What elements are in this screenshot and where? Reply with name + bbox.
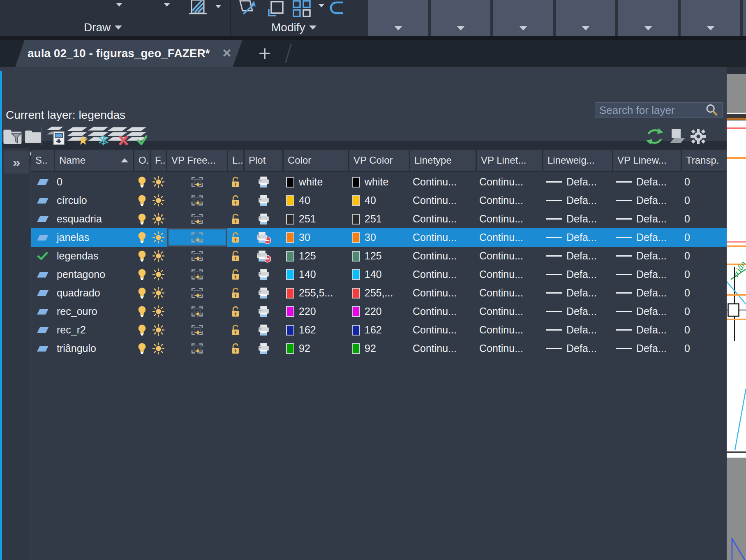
vp-freeze-toggle[interactable] [167,284,227,302]
on-toggle[interactable] [134,228,150,247]
lineweight-cell[interactable]: Defa... [543,228,612,247]
vp-linetype-value[interactable]: Continu... [477,339,542,358]
dropdown-arrow-icon[interactable] [164,3,170,7]
new-layer-vp-frozen-icon[interactable] [88,126,109,146]
settings-gear-icon[interactable] [690,128,707,145]
vp-lineweight-cell[interactable]: Defa... [613,339,681,358]
layer-name[interactable]: quadrado [55,284,133,302]
modify-panel-label[interactable]: Modify [271,21,316,35]
lineweight-cell[interactable]: Defa... [543,191,612,210]
vp-freeze-toggle[interactable] [167,265,227,284]
vp-color-cell[interactable]: white [349,173,409,191]
new-layer-icon[interactable] [67,126,88,146]
search-icon[interactable] [705,104,719,117]
vp-color-swatch[interactable] [352,251,360,261]
vp-color-cell[interactable]: 255,... [349,284,409,302]
layer-row-esquadria[interactable]: esquadria 251 251 [31,210,727,228]
linetype-value[interactable]: Continu... [410,339,476,358]
color-cell[interactable]: 92 [284,339,348,358]
collapsed-panel[interactable] [618,0,678,36]
lock-toggle[interactable] [228,284,243,302]
plot-toggle[interactable] [245,173,282,191]
vp-linetype-value[interactable]: Continu... [477,228,542,247]
linetype-value[interactable]: Continu... [410,173,476,191]
vp-freeze-toggle[interactable] [167,210,227,228]
vp-color-swatch[interactable] [352,288,360,299]
header-vp-freeze[interactable]: VP Free... [167,150,227,171]
vp-color-cell[interactable]: 125 [349,247,409,265]
freeze-toggle[interactable] [151,210,166,228]
layer-row-0[interactable]: 0 white white [31,173,727,191]
collapsed-panel[interactable] [431,0,490,36]
dropdown-arrow-icon[interactable] [215,5,221,8]
vp-lineweight-cell[interactable]: Defa... [613,284,681,302]
vp-linetype-value[interactable]: Continu... [477,173,542,191]
lineweight-cell[interactable]: Defa... [543,339,612,358]
color-cell[interactable]: 30 [284,228,348,247]
file-tab-active[interactable]: aula 02_10 - figuras_geo_FAZER* ✕ [15,40,243,67]
vp-color-swatch[interactable] [352,232,360,243]
color-swatch[interactable] [286,343,294,354]
vp-color-cell[interactable]: 30 [349,228,409,247]
collapsed-panel[interactable] [681,0,740,36]
transparency-value[interactable]: 0 [682,228,728,247]
layer-row-rec_r2[interactable]: rec_r2 162 162 [31,321,727,339]
transparency-value[interactable]: 0 [682,339,728,358]
layer-name[interactable]: rec_r2 [55,321,133,339]
header-vp-lineweight[interactable]: VP Linew... [613,150,681,171]
color-swatch[interactable] [286,232,294,243]
layer-row-rec_ouro[interactable]: rec_ouro 220 220 [31,302,727,321]
header-freeze[interactable]: F.. [151,150,166,171]
status-cell[interactable] [31,265,54,284]
drawing-area-strip[interactable]: triân [727,67,746,560]
freeze-toggle[interactable] [151,284,166,302]
layer-settings-icon[interactable] [668,127,686,146]
on-toggle[interactable] [134,339,150,358]
on-toggle[interactable] [134,247,150,265]
plot-toggle[interactable] [245,321,282,339]
status-cell[interactable] [31,191,54,210]
color-swatch[interactable] [286,306,294,317]
vp-lineweight-cell[interactable]: Defa... [613,228,681,247]
linetype-value[interactable]: Continu... [410,247,476,265]
transparency-value[interactable]: 0 [682,265,728,284]
plot-toggle[interactable] [245,191,282,210]
dropdown-arrow-icon[interactable] [116,3,122,7]
vp-color-cell[interactable]: 162 [349,321,409,339]
lineweight-cell[interactable]: Defa... [543,210,612,228]
header-lineweight[interactable]: Lineweig... [543,150,612,171]
lineweight-cell[interactable]: Defa... [543,173,612,191]
on-toggle[interactable] [134,191,150,210]
array-grid-icon[interactable] [292,0,313,17]
vp-linetype-value[interactable]: Continu... [477,302,542,321]
plot-toggle[interactable] [245,302,282,321]
lock-toggle[interactable] [228,265,243,284]
fillet-icon[interactable] [328,1,346,16]
plot-toggle[interactable] [245,210,282,228]
lineweight-cell[interactable]: Defa... [543,265,612,284]
vp-linetype-value[interactable]: Continu... [477,284,542,302]
on-toggle[interactable] [134,210,150,228]
set-current-layer-icon[interactable] [127,126,147,146]
vp-lineweight-cell[interactable]: Defa... [613,302,681,321]
layer-row-pentagono[interactable]: pentagono 140 140 [31,265,727,284]
vp-freeze-toggle[interactable] [167,339,227,358]
status-cell[interactable] [31,321,54,339]
layer-states-manager-icon[interactable] [45,126,66,146]
color-cell[interactable]: 220 [284,302,348,321]
dropdown-arrow-icon[interactable] [319,4,324,7]
vp-color-swatch[interactable] [352,343,360,354]
status-cell[interactable] [31,173,54,191]
vp-color-swatch[interactable] [352,269,360,280]
layer-name[interactable]: legendas [55,247,133,265]
vp-linetype-value[interactable]: Continu... [477,321,542,339]
vp-lineweight-cell[interactable]: Defa... [613,210,681,228]
status-cell[interactable] [31,302,54,321]
vp-lineweight-cell[interactable]: Defa... [613,265,681,284]
status-cell[interactable] [31,284,54,302]
vp-linetype-value[interactable]: Continu... [477,191,542,210]
layer-name[interactable]: esquadria [55,210,133,228]
vp-color-swatch[interactable] [352,177,360,187]
collapsed-panel[interactable] [493,0,553,36]
hatch-icon[interactable] [189,0,209,15]
